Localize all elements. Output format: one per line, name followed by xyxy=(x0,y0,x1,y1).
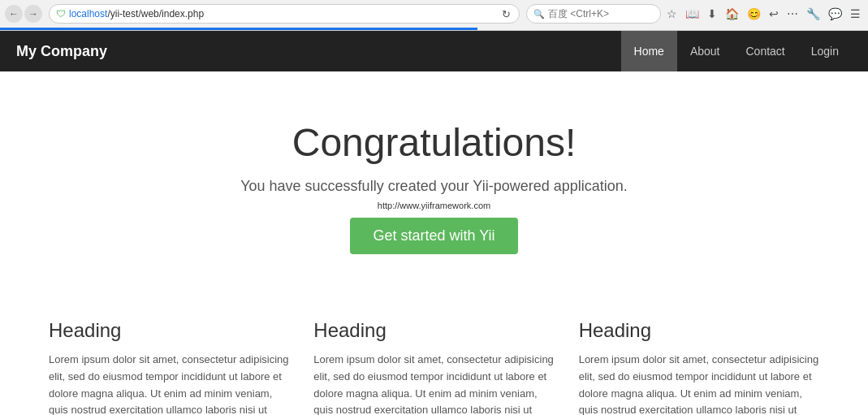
hero-section: Congratulations! You have successfully c… xyxy=(0,71,868,287)
url-highlight: localhost xyxy=(69,8,107,19)
extensions-icon[interactable]: 🔧 xyxy=(804,6,823,22)
columns-section: Heading Lorem ipsum dolor sit amet, cons… xyxy=(0,287,868,415)
address-bar-input[interactable] xyxy=(107,8,500,19)
button-tooltip: http://www.yiiframework.com xyxy=(373,200,495,211)
more-icon[interactable]: ⋯ xyxy=(784,6,801,22)
column-3: Heading Lorem ipsum dolor sit amet, cons… xyxy=(579,319,819,415)
nav-item-about[interactable]: About xyxy=(677,31,733,71)
hero-heading: Congratulations! xyxy=(16,120,852,165)
navbar-nav: Home About Contact Login xyxy=(621,31,852,71)
nav-link-about[interactable]: About xyxy=(677,31,733,71)
column-1: Heading Lorem ipsum dolor sit amet, cons… xyxy=(49,319,289,415)
browser-nav-buttons: ← → xyxy=(5,5,42,23)
back-button[interactable]: ← xyxy=(5,5,23,23)
column-1-heading: Heading xyxy=(49,319,289,342)
undo-icon[interactable]: ↩ xyxy=(767,6,781,22)
search-input[interactable] xyxy=(548,8,654,19)
column-3-text: Lorem ipsum dolor sit amet, consectetur … xyxy=(579,352,819,415)
browser-chrome: ← → 🛡 localhost ↻ 🔍 ☆ 📖 ⬇ 🏠 😊 ↩ ⋯ 🔧 💬 ☰ xyxy=(0,0,868,31)
toolbar-icons: ☆ 📖 ⬇ 🏠 😊 ↩ ⋯ 🔧 💬 ☰ xyxy=(664,6,863,22)
browser-toolbar: ← → 🛡 localhost ↻ 🔍 ☆ 📖 ⬇ 🏠 😊 ↩ ⋯ 🔧 💬 ☰ xyxy=(0,0,868,28)
loading-bar xyxy=(0,28,477,30)
nav-item-contact[interactable]: Contact xyxy=(732,31,797,71)
security-icon: 🛡 xyxy=(56,8,66,19)
emoji-icon[interactable]: 😊 xyxy=(745,6,763,22)
column-2-heading: Heading xyxy=(313,319,554,342)
get-started-label: Get started with Yii xyxy=(373,227,494,244)
refresh-button[interactable]: ↻ xyxy=(500,8,512,20)
nav-link-login[interactable]: Login xyxy=(798,31,852,71)
column-1-text: Lorem ipsum dolor sit amet, consectetur … xyxy=(49,352,289,415)
column-2-text: Lorem ipsum dolor sit amet, consectetur … xyxy=(313,352,554,415)
bookmark-icon[interactable]: ☆ xyxy=(664,6,680,22)
download-icon[interactable]: ⬇ xyxy=(705,6,719,22)
nav-item-home[interactable]: Home xyxy=(621,31,677,71)
navbar-brand[interactable]: My Company xyxy=(16,43,107,60)
get-started-button[interactable]: http://www.yiiframework.com Get started … xyxy=(350,218,517,254)
menu-icon[interactable]: ☰ xyxy=(848,6,863,22)
forward-button[interactable]: → xyxy=(24,5,42,23)
address-bar-wrapper[interactable]: 🛡 localhost ↻ xyxy=(49,4,520,24)
home-icon[interactable]: 🏠 xyxy=(723,6,741,22)
column-2: Heading Lorem ipsum dolor sit amet, cons… xyxy=(313,319,554,415)
column-3-heading: Heading xyxy=(579,319,819,342)
nav-link-home[interactable]: Home xyxy=(621,31,677,71)
reader-icon[interactable]: 📖 xyxy=(683,6,702,22)
nav-item-login[interactable]: Login xyxy=(798,31,852,71)
search-icon: 🔍 xyxy=(533,9,545,19)
hero-subheading: You have successfully created your Yii-p… xyxy=(16,178,852,195)
app-navbar: My Company Home About Contact Login xyxy=(0,31,868,71)
search-bar-wrapper[interactable]: 🔍 xyxy=(526,4,661,24)
chat-icon[interactable]: 💬 xyxy=(826,6,844,22)
nav-link-contact[interactable]: Contact xyxy=(732,31,797,71)
